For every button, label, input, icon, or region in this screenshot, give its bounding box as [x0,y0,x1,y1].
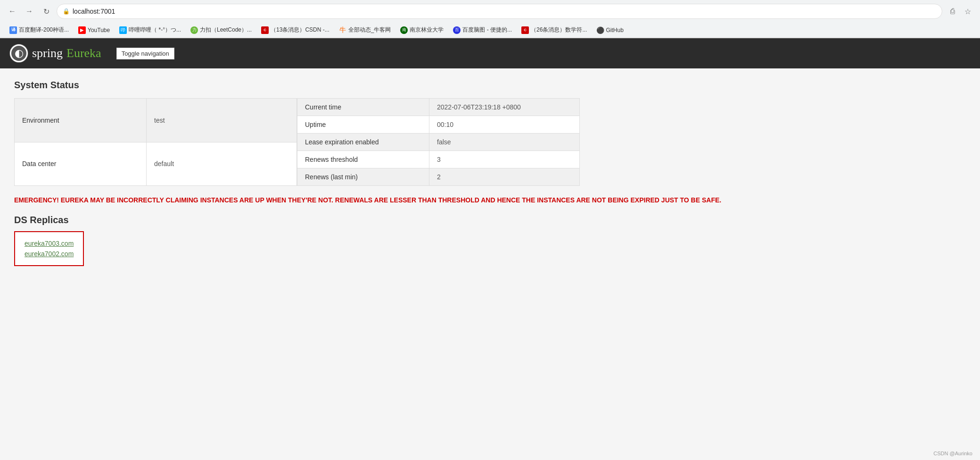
bookmark-leetcode[interactable]: 力力扣（LeetCode）... [187,25,255,35]
table-row: Current time2022-07-06T23:19:18 +0800 [297,99,580,116]
baidu-mind-label: 百度脑图 - 便捷的... [462,26,512,34]
github-icon: ⚫ [596,26,604,34]
baidu-mind-icon: 百 [453,26,461,34]
bookmark-csdn1[interactable]: C（13条消息）CSDN -... [257,25,333,35]
status-key: Lease expiration enabled [297,134,429,151]
status-value: 00:10 [429,116,580,134]
status-key: Renews (last min) [297,168,429,186]
right-status-table: Current time2022-07-06T23:19:18 +0800Upt… [297,98,580,186]
eureka-logo: spring Eureka [9,44,101,63]
footer-text: CSDN @Aurinko [933,451,972,456]
status-value: test [147,99,297,142]
status-value: default [147,142,297,186]
status-value: 3 [429,151,580,168]
nanjing-forestry-icon: 南 [400,26,408,34]
address-bar[interactable]: 🔒 localhost:7001 [57,4,942,19]
bookmark-nowcoder[interactable]: 牛全部动态_牛客网 [335,25,395,35]
leetcode-label: 力扣（LeetCode）... [200,26,252,34]
csdn2-icon: C [521,26,529,34]
status-value: 2022-07-06T23:19:18 +0800 [429,99,580,116]
spring-logo-icon [9,44,28,63]
table-row: Lease expiration enabledfalse [297,134,580,151]
bilibili-label: 哔哩哔哩（ *-°）つ... [129,26,181,34]
csdn1-icon: C [261,26,269,34]
bookmark-bilibili[interactable]: 哔哔哩哔哩（ *-°）つ... [115,25,185,35]
url-text: localhost:7001 [73,8,115,15]
action-buttons: ⎙ ☆ [946,5,974,18]
share-button[interactable]: ⎙ [946,5,959,18]
replica-link-eureka7003[interactable]: eureka7003.com [25,240,74,247]
status-value: 2 [429,168,580,186]
baidu-translate-icon: 译 [9,26,17,34]
bookmark-youtube[interactable]: ▶YouTube [74,25,114,35]
csdn2-label: （26条消息）数学符... [531,26,587,34]
status-key: Data center [15,142,147,186]
status-key: Current time [297,99,429,116]
emergency-message: EMERGENCY! EUREKA MAY BE INCORRECTLY CLA… [14,195,966,205]
bookmark-nanjing-forestry[interactable]: 南南京林业大学 [396,25,447,35]
toggle-navigation-button[interactable]: Toggle navigation [116,48,174,59]
spring-label: spring [32,46,63,60]
star-button[interactable]: ☆ [961,5,974,18]
main-content: System Status EnvironmenttestData center… [0,68,980,460]
status-tables-wrapper: EnvironmenttestData centerdefault Curren… [14,98,580,186]
bookmarks-bar: 译百度翻译-200种语...▶YouTube哔哔哩哔哩（ *-°）つ...力力扣… [0,23,980,38]
browser-toolbar: ← → ↻ 🔒 localhost:7001 ⎙ ☆ [0,0,980,23]
ds-replicas-title: DS Replicas [14,215,966,226]
bookmark-baidu-translate[interactable]: 译百度翻译-200种语... [6,25,73,35]
nowcoder-icon: 牛 [339,26,346,34]
table-row: Data centerdefault [15,142,297,186]
replica-link-eureka7002[interactable]: eureka7002.com [25,250,74,258]
status-key: Environment [15,99,147,142]
bookmark-github[interactable]: ⚫GitHub [593,25,627,35]
bilibili-icon: 哔 [119,26,127,34]
bookmark-csdn2[interactable]: C（26条消息）数学符... [518,25,591,35]
table-row: Uptime00:10 [297,116,580,134]
system-status-title: System Status [14,80,966,91]
nowcoder-label: 全部动态_牛客网 [348,26,391,34]
leetcode-icon: 力 [190,26,198,34]
youtube-label: YouTube [88,27,110,33]
eureka-navbar: spring Eureka Toggle navigation [0,38,980,68]
back-button[interactable]: ← [6,5,19,18]
status-key: Renews threshold [297,151,429,168]
github-label: GitHub [606,27,623,33]
refresh-button[interactable]: ↻ [40,5,53,18]
browser-chrome: ← → ↻ 🔒 localhost:7001 ⎙ ☆ 译百度翻译-200种语..… [0,0,980,38]
status-value: false [429,134,580,151]
replicas-box: eureka7003.comeureka7002.com [14,231,84,266]
table-row: Renews threshold3 [297,151,580,168]
status-key: Uptime [297,116,429,134]
table-row: Environmenttest [15,99,297,142]
youtube-icon: ▶ [78,26,86,34]
bookmark-baidu-mind[interactable]: 百百度脑图 - 便捷的... [449,25,516,35]
forward-button[interactable]: → [23,5,36,18]
left-status-table: EnvironmenttestData centerdefault [14,98,297,186]
baidu-translate-label: 百度翻译-200种语... [19,26,69,34]
nanjing-forestry-label: 南京林业大学 [410,26,444,34]
csdn1-label: （13条消息）CSDN -... [271,26,329,34]
lock-icon: 🔒 [63,8,70,15]
footer: CSDN @Aurinko [933,451,972,456]
eureka-label: Eureka [66,46,101,60]
table-row: Renews (last min)2 [297,168,580,186]
